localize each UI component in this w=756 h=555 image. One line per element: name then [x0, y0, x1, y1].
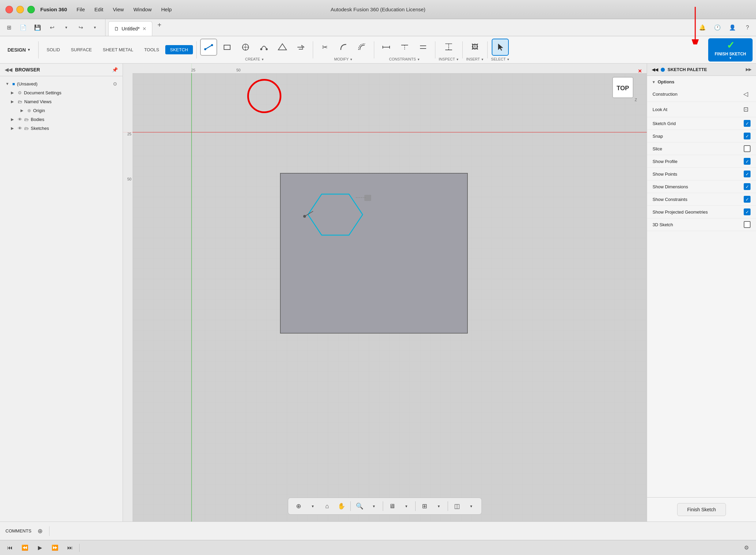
sketch-grid-checkbox[interactable]: ✓	[744, 120, 751, 127]
palette-expand-icon[interactable]: ▶▶	[746, 67, 751, 72]
menu-edit[interactable]: Edit	[95, 6, 103, 12]
minimize-dot[interactable]	[16, 6, 24, 13]
sketch-viewport[interactable]	[280, 173, 468, 334]
finish-sketch-footer-button[interactable]: Finish Sketch	[677, 503, 726, 516]
tree-item-doc-settings[interactable]: ▶ ⚙ Document Settings	[1, 89, 121, 97]
show-projected-control[interactable]: ✓	[744, 208, 751, 215]
help-icon[interactable]: ?	[742, 22, 753, 33]
notifications-icon[interactable]: 🔔	[697, 22, 708, 33]
close-view-cube[interactable]: ✕	[638, 68, 642, 74]
line-tool-button[interactable]	[200, 39, 217, 56]
select-button[interactable]	[492, 39, 509, 56]
view-cube[interactable]: TOP Z	[606, 70, 640, 105]
canvas-pan-icon[interactable]: ✋	[335, 500, 348, 512]
3d-sketch-control[interactable]	[744, 221, 751, 228]
palette-options-section[interactable]: ▼ Options	[647, 76, 756, 86]
triangle-tool-button[interactable]	[274, 39, 291, 56]
canvas-view-drop-icon[interactable]: ▼	[465, 500, 477, 512]
expand-unsaved-icon[interactable]: ▼	[5, 82, 10, 86]
tab-solid[interactable]: SOLID	[42, 45, 65, 54]
3d-sketch-checkbox[interactable]	[744, 221, 751, 228]
tab-sketch[interactable]: SKETCH	[165, 45, 193, 54]
tab-sheet-metal[interactable]: SHEET METAL	[98, 45, 138, 54]
save-icon[interactable]: 💾	[31, 22, 44, 34]
show-profile-checkbox[interactable]: ✓	[744, 158, 751, 165]
user-icon[interactable]: 👤	[727, 22, 738, 33]
equal-constraint-button[interactable]	[415, 39, 432, 56]
canvas-move-drop-icon[interactable]: ▼	[307, 500, 319, 512]
snap-control[interactable]: ✓	[744, 133, 751, 139]
show-dimensions-checkbox[interactable]: ✓	[744, 183, 751, 190]
canvas-view-icon[interactable]: ◫	[451, 500, 463, 512]
tree-item-origin[interactable]: ▶ ⊕ Origin	[1, 106, 121, 115]
canvas-home-icon[interactable]: ⌂	[321, 500, 333, 512]
new-file-icon[interactable]: 📄	[17, 22, 29, 34]
undo-drop-icon[interactable]: ▼	[60, 22, 72, 34]
offset-edges-button[interactable]	[353, 39, 370, 56]
tab-surface[interactable]: SURFACE	[66, 45, 97, 54]
tree-item-bodies[interactable]: ▶ 👁 🗁 Bodies	[1, 115, 121, 124]
tree-item-sketches[interactable]: ▶ 👁 🗁 Sketches	[1, 124, 121, 133]
canvas-grid-icon[interactable]: ⊞	[418, 500, 431, 512]
design-button[interactable]: DESIGN ▼	[3, 45, 35, 55]
circle-tool-button[interactable]	[237, 39, 254, 56]
undo-icon[interactable]: ↩	[46, 22, 58, 34]
timeline-to-start-button[interactable]: ⏮	[4, 542, 16, 554]
canvas-grid-drop-icon[interactable]: ▼	[433, 500, 445, 512]
timeline-play-button[interactable]: ▶	[34, 542, 46, 554]
show-points-checkbox[interactable]: ✓	[744, 171, 751, 177]
trim-tool-button[interactable]: ✂	[317, 39, 334, 56]
expand-bodies-icon[interactable]: ▶	[11, 117, 16, 122]
expand-sketches-icon[interactable]: ▶	[11, 126, 16, 131]
tree-item-unsaved[interactable]: ▼ ■ (Unsaved) ⊙	[1, 79, 121, 88]
finish-sketch-button[interactable]: ✓ FINISH SKETCH ▼	[708, 38, 753, 62]
palette-collapse-icon[interactable]: ◀◀	[652, 67, 658, 72]
canvas-area[interactable]: 25 50 25 50	[123, 64, 647, 522]
show-profile-control[interactable]: ✓	[744, 158, 751, 165]
timeline-to-end-button[interactable]: ⏭	[64, 542, 76, 554]
eye-icon-bodies[interactable]: 👁	[18, 117, 22, 122]
add-comment-button[interactable]: ⊕	[36, 526, 45, 536]
fillet-tool-button[interactable]	[335, 39, 352, 56]
canvas-zoom-drop-icon[interactable]: ▼	[368, 500, 380, 512]
close-dot[interactable]	[5, 6, 13, 13]
show-constraints-checkbox[interactable]: ✓	[744, 196, 751, 203]
show-points-control[interactable]: ✓	[744, 171, 751, 177]
expand-origin-icon[interactable]: ▶	[20, 108, 25, 113]
arc-tool-button[interactable]	[255, 39, 272, 56]
rectangle-tool-button[interactable]	[219, 39, 236, 56]
sketch-grid-control[interactable]: ✓	[744, 120, 751, 127]
new-tab-button[interactable]: +	[154, 19, 165, 31]
tree-item-named-views[interactable]: ▶ 🗁 Named Views	[1, 97, 121, 106]
tab-tools[interactable]: TOOLS	[139, 45, 164, 54]
timeline-step-back-button[interactable]: ⏪	[19, 542, 31, 554]
zoom-dot[interactable]	[27, 6, 35, 13]
browser-pin-icon[interactable]: 📌	[112, 67, 118, 72]
inspect-button[interactable]	[440, 39, 457, 56]
show-projected-checkbox[interactable]: ✓	[744, 208, 751, 215]
tab-close-icon[interactable]: ✕	[142, 26, 146, 31]
horizontal-constraint-button[interactable]	[378, 39, 395, 56]
expand-doc-icon[interactable]: ▶	[11, 91, 16, 95]
timeline-settings-icon[interactable]: ⚙	[741, 542, 752, 553]
redo-drop-icon[interactable]: ▼	[89, 22, 101, 34]
history-icon[interactable]: 🕐	[712, 22, 723, 33]
browser-collapse-icon[interactable]: ◀◀	[5, 67, 12, 72]
slice-control[interactable]	[744, 145, 751, 152]
grid-icon[interactable]: ⊞	[3, 22, 15, 34]
construction-icon-btn[interactable]: ◁	[741, 89, 751, 99]
menu-help[interactable]: Help	[161, 6, 172, 12]
snap-checkbox[interactable]: ✓	[744, 133, 751, 139]
eye-icon-sketches[interactable]: 👁	[18, 126, 22, 131]
canvas-display-icon[interactable]: 🖥	[386, 500, 398, 512]
menu-view[interactable]: View	[113, 6, 124, 12]
menu-file[interactable]: File	[76, 6, 85, 12]
show-dimensions-control[interactable]: ✓	[744, 183, 751, 190]
offset-tool-button[interactable]	[292, 39, 309, 56]
look-at-icon-btn[interactable]: ⊡	[741, 105, 751, 114]
timeline-step-fwd-button[interactable]: ⏩	[49, 542, 61, 554]
expand-views-icon[interactable]: ▶	[11, 99, 16, 104]
canvas-display-drop-icon[interactable]: ▼	[400, 500, 412, 512]
redo-icon[interactable]: ↪	[74, 22, 87, 34]
show-constraints-control[interactable]: ✓	[744, 196, 751, 203]
